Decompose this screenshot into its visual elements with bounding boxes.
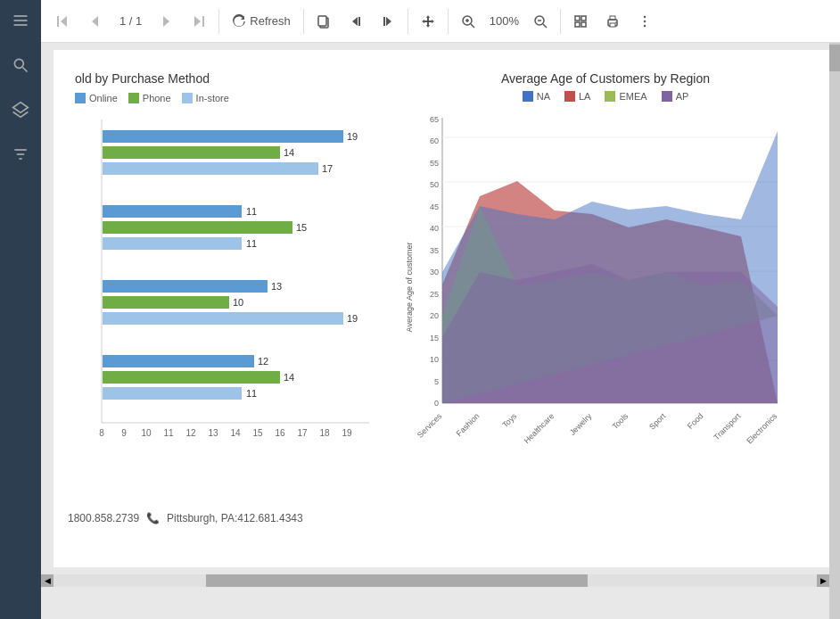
bar-chart-container: old by Purchase Method Online Phone bbox=[68, 64, 389, 501]
svg-text:60: 60 bbox=[430, 136, 439, 145]
svg-text:13: 13 bbox=[208, 428, 218, 438]
svg-rect-9 bbox=[57, 16, 59, 27]
svg-text:45: 45 bbox=[430, 202, 439, 211]
fit-page-button[interactable] bbox=[566, 7, 595, 36]
svg-text:40: 40 bbox=[430, 224, 439, 233]
x-label-sport: Sport bbox=[647, 411, 668, 432]
sidebar-menu-icon[interactable] bbox=[7, 7, 34, 34]
svg-text:10: 10 bbox=[141, 428, 152, 438]
y-axis-label: Average Age of customer bbox=[405, 243, 414, 333]
svg-text:11: 11 bbox=[163, 428, 174, 438]
sidebar-search-icon[interactable] bbox=[7, 52, 34, 78]
area-chart-title: Average Age of Customers by Region bbox=[403, 71, 808, 86]
svg-text:17: 17 bbox=[322, 163, 333, 174]
bar-g3-instore bbox=[103, 312, 343, 325]
svg-text:19: 19 bbox=[347, 313, 358, 324]
svg-marker-12 bbox=[163, 16, 169, 27]
svg-text:9: 9 bbox=[121, 428, 127, 438]
next-page-button[interactable] bbox=[152, 7, 181, 36]
legend-na-label: NA bbox=[537, 91, 550, 102]
zoom-out-button[interactable] bbox=[526, 7, 555, 36]
zoom-in-button[interactable] bbox=[454, 7, 482, 36]
refresh-label: Refresh bbox=[250, 14, 291, 28]
content-area[interactable]: old by Purchase Method Online Phone bbox=[41, 43, 840, 619]
scroll-right-button[interactable]: ▶ bbox=[817, 574, 829, 587]
svg-text:50: 50 bbox=[430, 180, 439, 189]
svg-text:18: 18 bbox=[319, 428, 330, 438]
footer-phone: 1800.858.2739 bbox=[68, 512, 139, 524]
prev-page-button[interactable] bbox=[80, 7, 109, 36]
bottom-scrollbar[interactable]: ◀ ▶ bbox=[41, 574, 829, 587]
bar-chart-title: old by Purchase Method bbox=[75, 71, 382, 86]
scrollbar-thumb[interactable] bbox=[829, 45, 840, 71]
svg-text:13: 13 bbox=[271, 281, 282, 292]
svg-rect-20 bbox=[383, 17, 385, 26]
bar-g4-instore bbox=[103, 387, 242, 400]
svg-rect-30 bbox=[575, 22, 580, 27]
print-button[interactable] bbox=[598, 7, 627, 36]
vertical-scrollbar[interactable] bbox=[829, 43, 840, 619]
bar-chart-svg: 19 14 17 11 15 11 13 bbox=[75, 111, 378, 450]
legend-ap-label: AP bbox=[676, 91, 689, 102]
copy-button[interactable] bbox=[309, 7, 338, 36]
area-chart-svg: 0 5 10 15 20 25 30 35 40 45 50 55 60 65 bbox=[403, 109, 786, 448]
svg-rect-33 bbox=[610, 23, 615, 27]
area-chart-container: Average Age of Customers by Region NA LA bbox=[396, 64, 815, 501]
refresh-button[interactable]: Refresh bbox=[225, 11, 298, 32]
svg-text:65: 65 bbox=[430, 115, 439, 124]
bar-g1-online bbox=[103, 130, 343, 143]
svg-text:11: 11 bbox=[246, 238, 257, 249]
svg-rect-14 bbox=[202, 16, 204, 27]
svg-text:15: 15 bbox=[430, 334, 439, 343]
x-label-transport: Transport bbox=[712, 411, 742, 442]
legend-phone-label: Phone bbox=[143, 93, 171, 103]
legend-instore-label: In-store bbox=[196, 93, 229, 103]
svg-marker-5 bbox=[13, 103, 29, 113]
next-section-button[interactable] bbox=[374, 7, 402, 36]
charts-row: old by Purchase Method Online Phone bbox=[68, 64, 815, 501]
x-label-services: Services bbox=[416, 411, 444, 440]
x-label-healthcare: Healthcare bbox=[523, 411, 556, 445]
svg-marker-11 bbox=[92, 16, 98, 27]
legend-la-color bbox=[564, 91, 575, 102]
svg-text:14: 14 bbox=[284, 372, 294, 383]
legend-online: Online bbox=[75, 93, 118, 103]
svg-marker-10 bbox=[61, 16, 67, 27]
more-options-button[interactable] bbox=[630, 7, 659, 36]
svg-rect-29 bbox=[581, 16, 586, 21]
prev-section-button[interactable] bbox=[342, 7, 370, 36]
last-page-button[interactable] bbox=[185, 7, 213, 36]
separator-3 bbox=[408, 9, 408, 34]
sidebar-layers-icon[interactable] bbox=[7, 96, 34, 123]
bar-g2-instore bbox=[103, 237, 242, 250]
page-indicator: 1 / 1 bbox=[112, 14, 149, 28]
svg-text:19: 19 bbox=[342, 428, 352, 438]
svg-text:12: 12 bbox=[185, 428, 196, 438]
legend-emea-label: EMEA bbox=[619, 91, 646, 102]
svg-text:30: 30 bbox=[430, 268, 439, 276]
svg-line-4 bbox=[23, 68, 28, 72]
report-footer: 1800.858.2739 📞 Pittsburgh, PA:412.681.4… bbox=[68, 512, 815, 524]
svg-marker-17 bbox=[352, 17, 358, 26]
svg-point-35 bbox=[615, 21, 617, 23]
scroll-thumb[interactable] bbox=[206, 574, 588, 587]
legend-na: NA bbox=[523, 91, 550, 102]
svg-text:19: 19 bbox=[347, 131, 358, 142]
phone-icon: 📞 bbox=[146, 512, 160, 524]
scroll-left-button[interactable]: ◀ bbox=[41, 574, 54, 587]
svg-text:5: 5 bbox=[434, 377, 439, 386]
legend-instore-color bbox=[182, 93, 193, 103]
svg-point-36 bbox=[644, 15, 646, 17]
svg-text:0: 0 bbox=[434, 399, 439, 408]
svg-rect-1 bbox=[14, 20, 28, 21]
legend-la-label: LA bbox=[579, 91, 590, 102]
x-label-jewelry: Jewelry bbox=[568, 411, 594, 437]
separator-1 bbox=[218, 9, 219, 34]
scroll-track[interactable] bbox=[54, 574, 817, 587]
x-label-electronics: Electronics bbox=[745, 411, 779, 446]
area-chart-legend: NA LA EMEA AP bbox=[403, 91, 808, 102]
report-page: old by Purchase Method Online Phone bbox=[54, 50, 829, 567]
pan-button[interactable] bbox=[414, 7, 442, 36]
sidebar-filter-icon[interactable] bbox=[7, 141, 34, 168]
first-page-button[interactable] bbox=[48, 7, 77, 36]
